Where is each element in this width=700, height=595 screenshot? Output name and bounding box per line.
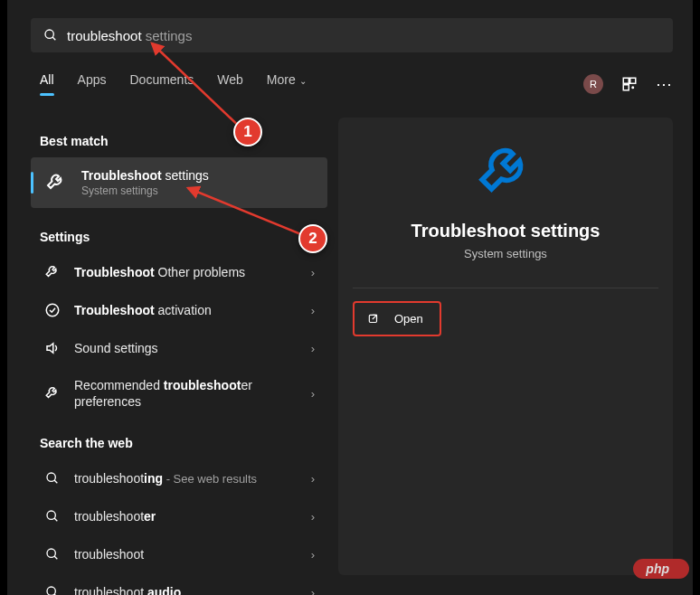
list-item-label: Troubleshoot Other problems xyxy=(74,265,311,279)
svg-point-9 xyxy=(47,511,55,519)
check-circle-icon xyxy=(43,301,61,319)
best-match-item[interactable]: Troubleshoot settings System settings xyxy=(31,157,327,208)
open-button[interactable]: Open xyxy=(353,301,441,336)
best-match-subtitle: System settings xyxy=(81,184,209,197)
list-item-label: troubleshoot xyxy=(74,547,311,562)
results-list: Best match Troubleshoot settings System … xyxy=(31,118,327,595)
svg-rect-3 xyxy=(630,78,636,83)
search-web-label: Search the web xyxy=(31,420,327,459)
list-item-label: troubleshooting - See web results xyxy=(74,471,311,486)
wrench-icon xyxy=(43,263,61,281)
search-icon xyxy=(43,507,61,525)
chevron-right-icon: › xyxy=(311,266,315,279)
svg-rect-4 xyxy=(623,85,629,90)
tab-apps[interactable]: Apps xyxy=(78,72,107,94)
list-item-label: Sound settings xyxy=(74,341,311,355)
list-item-label: Troubleshoot activation xyxy=(74,303,311,317)
settings-label: Settings xyxy=(31,213,327,253)
chevron-right-icon: › xyxy=(311,387,315,401)
list-item[interactable]: troubleshooter › xyxy=(31,497,327,535)
preview-title: Troubleshoot settings xyxy=(411,221,601,241)
svg-rect-2 xyxy=(623,78,629,83)
best-match-label: Best match xyxy=(31,118,327,157)
preview-panel: Troubleshoot settings System settings Op… xyxy=(338,118,673,575)
open-button-label: Open xyxy=(394,312,423,326)
tabs: All Apps Documents Web More ⌄ xyxy=(40,72,307,94)
svg-point-13 xyxy=(47,587,55,595)
list-item[interactable]: Troubleshoot activation › xyxy=(31,291,327,329)
svg-line-1 xyxy=(52,37,55,40)
search-icon xyxy=(43,28,58,42)
list-item-label: troubleshooter xyxy=(74,509,311,524)
list-item-label: Recommended troubleshooter preferences xyxy=(74,377,311,410)
open-icon xyxy=(367,313,380,326)
chevron-right-icon: › xyxy=(311,510,315,524)
svg-point-11 xyxy=(47,549,55,557)
svg-point-5 xyxy=(632,87,634,89)
list-item[interactable]: Troubleshoot Other problems › xyxy=(31,253,327,291)
watermark: php xyxy=(633,559,689,579)
preview-subtitle: System settings xyxy=(464,247,547,260)
svg-point-7 xyxy=(47,473,55,481)
list-item[interactable]: troubleshooting - See web results › xyxy=(31,459,327,497)
search-icon xyxy=(43,545,61,563)
chevron-down-icon: ⌄ xyxy=(299,76,307,86)
tab-documents[interactable]: Documents xyxy=(129,72,194,94)
tab-all[interactable]: All xyxy=(40,72,54,94)
grid-icon[interactable] xyxy=(621,76,638,92)
wrench-icon xyxy=(43,170,69,195)
more-options-button[interactable]: ⋯ xyxy=(656,74,673,94)
svg-point-6 xyxy=(46,304,59,316)
user-avatar[interactable]: R xyxy=(583,74,603,94)
svg-line-12 xyxy=(54,556,57,559)
tab-web[interactable]: Web xyxy=(217,72,243,94)
chevron-right-icon: › xyxy=(311,304,315,317)
svg-line-8 xyxy=(54,480,57,483)
chevron-right-icon: › xyxy=(311,548,315,562)
search-panel: troubleshoot settings All Apps Documents… xyxy=(7,0,693,595)
list-item[interactable]: troubleshoot audio › xyxy=(31,573,327,595)
divider xyxy=(353,288,658,288)
sound-icon xyxy=(43,339,61,357)
search-input[interactable]: troubleshoot settings xyxy=(31,18,673,52)
best-match-title: Troubleshoot settings xyxy=(81,168,209,183)
tab-more[interactable]: More ⌄ xyxy=(267,72,307,94)
wrench-icon xyxy=(478,145,534,201)
search-text: troubleshoot settings xyxy=(67,28,192,43)
list-item[interactable]: Sound settings › xyxy=(31,329,327,367)
svg-line-10 xyxy=(54,518,57,521)
wrench-icon xyxy=(43,384,61,402)
list-item-label: troubleshoot audio xyxy=(74,585,311,595)
list-item[interactable]: Recommended troubleshooter preferences › xyxy=(31,367,327,420)
chevron-right-icon: › xyxy=(311,342,315,355)
chevron-right-icon: › xyxy=(311,472,315,486)
header-actions: R ⋯ xyxy=(583,74,673,94)
svg-point-0 xyxy=(45,30,53,38)
search-icon xyxy=(43,583,61,595)
chevron-right-icon: › xyxy=(311,586,315,595)
search-icon xyxy=(43,469,61,487)
list-item[interactable]: troubleshoot › xyxy=(31,535,327,573)
